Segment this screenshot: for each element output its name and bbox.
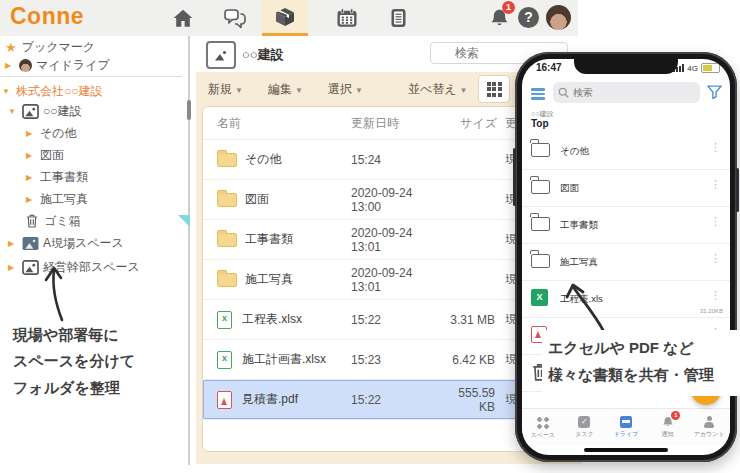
chevron-right-icon[interactable]: ▶	[26, 173, 35, 182]
tab-drive-active[interactable]	[262, 0, 308, 36]
chevron-down-icon: ▼	[235, 86, 243, 95]
space-image-icon	[22, 236, 39, 251]
company-label: 株式会社○○建設	[16, 83, 103, 100]
divider-handle[interactable]	[187, 100, 191, 120]
folder-icon	[217, 153, 237, 167]
folder-icon	[531, 217, 550, 231]
select-button[interactable]: 選択▼	[328, 81, 363, 98]
new-button[interactable]: 新規▼	[208, 81, 243, 98]
file-size: 6.42 KB	[439, 353, 497, 367]
annotation-line: 様々な書類を共有・管理	[548, 361, 740, 388]
folder-label: 工事書類	[40, 169, 88, 186]
file-size: 555.59 KB	[439, 386, 497, 414]
col-name[interactable]: 名前	[217, 115, 351, 132]
phone-list-item[interactable]: 工程表.xls ⋮ 31.20KB	[522, 281, 730, 318]
file-updated: 2020-09-24 13:01	[351, 226, 439, 254]
sidebar-item-bookmarks[interactable]: ★ ブックマーク	[5, 38, 95, 56]
tab-account[interactable]: アカウント	[688, 409, 730, 446]
file-name: 工程表.xlsx	[242, 311, 302, 328]
more-icon[interactable]: ⋮	[710, 141, 721, 154]
sidebar-item-trash[interactable]: ゴミ箱	[26, 212, 81, 230]
tab-label: タスク	[575, 430, 593, 439]
sidebar-item-folder[interactable]: ▶ 工事書類	[26, 168, 88, 186]
phone-status-time: 16:47	[536, 62, 562, 73]
drive-icon	[620, 416, 632, 428]
sidebar-item-folder[interactable]: ▶ 図面	[26, 146, 64, 164]
annotation-line: フォルダを整理	[13, 375, 135, 401]
chevron-right-icon[interactable]: ▶	[8, 239, 17, 248]
chevron-right-icon[interactable]: ▶	[26, 129, 35, 138]
trash-label: ゴミ箱	[44, 213, 81, 230]
chevron-down-icon: ▼	[295, 86, 303, 95]
chevron-down-icon[interactable]: ▼	[8, 107, 17, 116]
file-name: その他	[245, 151, 282, 168]
chevron-right-icon[interactable]: ▶	[5, 61, 14, 70]
chevron-right-icon[interactable]: ▶	[26, 151, 35, 160]
sidebar-item-mydrive[interactable]: ▶ マイドライブ	[5, 56, 110, 74]
calendar-icon[interactable]	[336, 8, 358, 28]
tasks-icon	[578, 416, 590, 428]
tab-notifications[interactable]: 1 通知	[647, 409, 689, 446]
home-icon[interactable]	[172, 8, 194, 28]
tab-tasks[interactable]: タスク	[564, 409, 606, 446]
conne-logo[interactable]: Conne	[10, 3, 84, 30]
phone-list-item[interactable]: その他 ⋮	[522, 133, 730, 170]
root-folder-label: ○○建設	[43, 103, 82, 120]
phone-list-item[interactable]: 工事書類 ⋮	[522, 207, 730, 244]
more-icon[interactable]: ⋮	[710, 178, 721, 191]
sidebar-item-root-folder[interactable]: ▼ ○○建設	[8, 102, 82, 120]
file-updated: 2020-09-24 13:01	[351, 266, 439, 294]
chevron-right-icon[interactable]: ▶	[8, 263, 17, 272]
item-label: 図面	[560, 182, 579, 195]
more-icon[interactable]: ⋮	[710, 289, 721, 302]
filter-icon[interactable]	[707, 85, 722, 99]
edit-button[interactable]: 編集▼	[268, 81, 303, 98]
tab-drive[interactable]: ドライブ	[605, 409, 647, 446]
space-a-label: A現場スペース	[43, 235, 124, 252]
phone-search-input[interactable]	[553, 82, 700, 103]
file-updated: 15:24	[351, 153, 439, 167]
item-size: 31.20KB	[700, 308, 723, 314]
chevron-down-icon: ▼	[460, 86, 468, 95]
user-avatar[interactable]	[546, 5, 571, 30]
more-icon[interactable]: ⋮	[710, 215, 721, 228]
menu-icon[interactable]	[531, 88, 545, 102]
annotation-line: スペースを分けて	[13, 348, 135, 374]
file-name: 図面	[245, 191, 269, 208]
file-name: 施工写真	[245, 271, 293, 288]
mydrive-label: マイドライブ	[36, 57, 110, 74]
sidebar-item-company[interactable]: ▼ 株式会社○○建設	[2, 82, 103, 100]
grid-view-button[interactable]	[478, 75, 510, 103]
tab-label: アカウント	[694, 430, 725, 439]
sidebar-item-folder[interactable]: ▶ 施工写真	[26, 190, 88, 208]
more-icon[interactable]: ⋮	[710, 252, 721, 265]
sidebar-item-folder[interactable]: ▶ その他	[26, 124, 77, 142]
col-updated[interactable]: 更新日時	[351, 115, 439, 132]
annotation-line: 現場や部署毎に	[13, 322, 135, 348]
phone-list-item[interactable]: 施工写真 ⋮	[522, 244, 730, 281]
col-size[interactable]: サイズ	[439, 115, 497, 132]
image-icon	[22, 104, 39, 119]
sidebar-item-space-a[interactable]: ▶ A現場スペース	[8, 234, 124, 252]
phone-notch	[574, 59, 678, 74]
battery-icon	[701, 63, 720, 73]
notification-badge: 1	[671, 411, 680, 420]
tasks-clipboard-icon[interactable]	[390, 8, 407, 28]
sort-button[interactable]: 並べ替え▼	[408, 81, 467, 98]
file-updated: 15:23	[351, 353, 439, 367]
network-label: 4G	[687, 64, 698, 73]
tab-spaces[interactable]: スペース	[522, 409, 564, 446]
file-updated: 15:22	[351, 393, 439, 407]
annotation-arrow-up-right	[558, 280, 622, 334]
sidebar-collapse-marker[interactable]	[178, 215, 190, 227]
tab-label: スペース	[531, 431, 555, 440]
folder-icon	[531, 143, 550, 157]
help-icon[interactable]: ?	[518, 7, 539, 28]
phone-list-item[interactable]: 図面 ⋮	[522, 170, 730, 207]
sidebar-divider	[0, 76, 182, 77]
annotation-left: 現場や部署毎に スペースを分けて フォルダを整理	[13, 322, 135, 401]
chevron-down-icon[interactable]: ▼	[2, 87, 11, 96]
chat-icon[interactable]	[224, 8, 246, 28]
phone-current-folder: Top	[531, 118, 549, 129]
chevron-right-icon[interactable]: ▶	[26, 195, 35, 204]
